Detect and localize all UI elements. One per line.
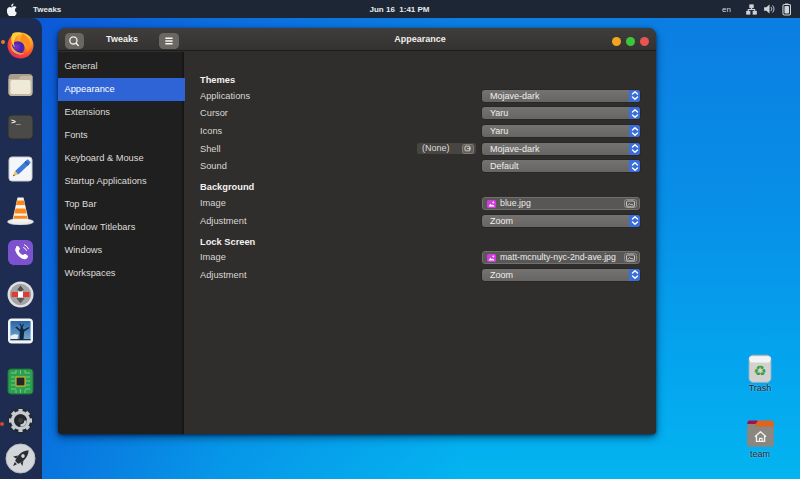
svg-text:♻: ♻: [753, 363, 766, 379]
svg-text:>_: >_: [11, 117, 21, 126]
